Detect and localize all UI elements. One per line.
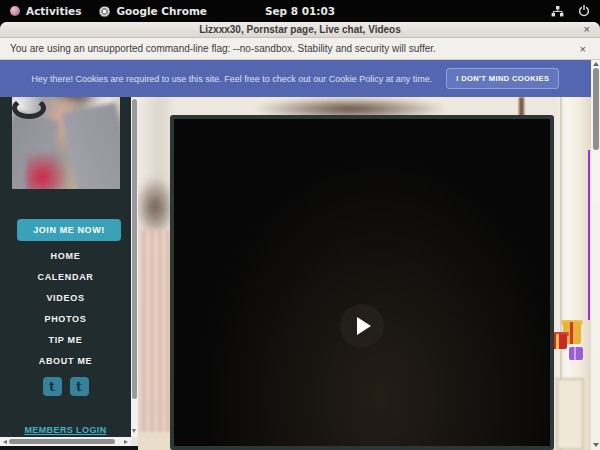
sidebar-item-photos[interactable]: PHOTOS	[0, 309, 131, 330]
scroll-down-icon[interactable]	[593, 443, 599, 447]
distro-icon	[10, 6, 20, 16]
twitter-icon[interactable]: t	[43, 377, 62, 396]
scroll-up-icon[interactable]	[593, 62, 599, 66]
profile-photo	[12, 97, 120, 189]
sidebar-vertical-scrollbar[interactable]	[131, 97, 138, 437]
gift-boxes-decoration	[548, 318, 590, 364]
power-icon[interactable]	[578, 5, 590, 17]
decorative-purple-line	[588, 150, 590, 320]
activities-button[interactable]: Activities	[10, 5, 81, 17]
sidebar-horizontal-scrollbar[interactable]	[0, 437, 131, 446]
social-links: t t	[0, 377, 131, 396]
scroll-left-icon[interactable]	[3, 440, 7, 444]
page-viewport: Hey there! Cookies are required to use t…	[0, 60, 600, 450]
sidebar-item-tip-me[interactable]: TIP ME	[0, 330, 131, 351]
focused-app-menu[interactable]: Google Chrome	[99, 5, 207, 17]
scrollbar-thumb[interactable]	[132, 99, 137, 399]
sidebar-item-home[interactable]: HOME	[0, 246, 131, 267]
sidebar-item-about-me[interactable]: ABOUT ME	[0, 351, 131, 372]
background-photo	[556, 378, 584, 450]
page-background-strip	[0, 446, 138, 450]
background-photo	[554, 97, 591, 450]
network-icon[interactable]	[551, 6, 564, 17]
gift-box-purple	[569, 347, 583, 360]
page-vertical-scrollbar[interactable]	[591, 60, 600, 450]
infobar-close-icon[interactable]: ×	[580, 43, 586, 55]
scrollbar-thumb[interactable]	[593, 68, 599, 150]
play-button[interactable]	[340, 304, 384, 348]
sidebar-menu: HOME CALENDAR VIDEOS PHOTOS TIP ME ABOUT…	[0, 246, 131, 372]
activities-label: Activities	[26, 5, 81, 17]
screen: Activities Google Chrome Sep 8 01:03	[0, 0, 600, 450]
background-photo	[519, 97, 524, 117]
members-login-link[interactable]: MEMBERS LOGIN	[0, 425, 131, 435]
chrome-icon	[99, 6, 110, 17]
sidebar-item-videos[interactable]: VIDEOS	[0, 288, 131, 309]
accept-cookies-button[interactable]: I DON'T MIND COOKIES	[446, 68, 559, 89]
window-titlebar[interactable]: Lizxxx30, Pornstar page, Live chat, Vide…	[0, 22, 600, 38]
scroll-down-icon[interactable]	[132, 429, 136, 433]
play-icon	[357, 317, 371, 335]
background-photo	[135, 178, 175, 236]
unsupported-flag-infobar: You are using an unsupported command-lin…	[0, 38, 600, 60]
window-close-button[interactable]: ×	[584, 22, 590, 38]
cookie-message: Hey there! Cookies are required to use t…	[32, 74, 433, 84]
video-frame	[174, 119, 550, 446]
join-me-now-button[interactable]: JOIN ME NOW!	[17, 219, 121, 241]
necklace	[12, 97, 46, 119]
twitter-icon[interactable]: t	[70, 377, 89, 396]
clock[interactable]: Sep 8 01:03	[0, 5, 600, 17]
background-photo	[138, 97, 173, 227]
scroll-right-icon[interactable]	[124, 440, 128, 444]
browser-window: Lizxxx30, Pornstar page, Live chat, Vide…	[0, 22, 600, 450]
scrollbar-thumb[interactable]	[9, 439, 115, 444]
video-player[interactable]	[170, 115, 554, 450]
scrollbar-corner	[131, 437, 138, 446]
cookie-banner: Hey there! Cookies are required to use t…	[0, 60, 591, 97]
background-photo	[138, 230, 171, 438]
background-photo	[138, 432, 171, 450]
profile-sidebar: JOIN ME NOW! HOME CALENDAR VIDEOS PHOTOS…	[0, 97, 138, 437]
sidebar-item-calendar[interactable]: CALENDAR	[0, 267, 131, 288]
window-title: Lizxxx30, Pornstar page, Live chat, Vide…	[199, 24, 401, 35]
desktop-top-bar: Activities Google Chrome Sep 8 01:03	[0, 0, 600, 22]
infobar-message: You are using an unsupported command-lin…	[10, 43, 436, 54]
background-photo	[560, 97, 562, 450]
app-label: Google Chrome	[116, 5, 207, 17]
